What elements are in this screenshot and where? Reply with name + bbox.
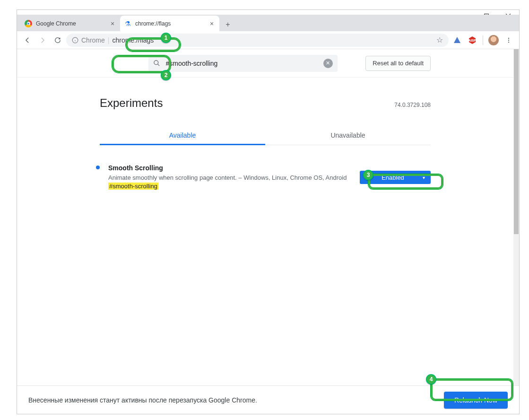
tab-unavailable[interactable]: Unavailable xyxy=(265,126,431,145)
reload-button[interactable] xyxy=(51,34,64,47)
svg-text:ABP: ABP xyxy=(468,38,477,43)
flag-title: Smooth Scrolling xyxy=(108,164,351,172)
flag-hash[interactable]: #smooth-scrolling xyxy=(108,183,158,190)
flags-search-input[interactable] xyxy=(165,59,323,68)
toolbar-separator xyxy=(483,35,483,45)
browser-tab[interactable]: Google Chrome × xyxy=(21,16,120,31)
version-label: 74.0.3729.108 xyxy=(394,102,431,108)
new-tab-button[interactable]: + xyxy=(221,18,234,31)
svg-point-8 xyxy=(508,37,509,38)
clear-search-icon[interactable]: ✕ xyxy=(323,59,333,68)
svg-point-11 xyxy=(154,61,158,65)
browser-tab-active[interactable]: ⚗ chrome://flags × xyxy=(120,16,219,31)
tab-title: Google Chrome xyxy=(36,20,109,27)
reset-all-button[interactable]: Reset all to default xyxy=(365,56,431,71)
svg-line-12 xyxy=(157,64,159,66)
extension-icon-triangle[interactable] xyxy=(451,34,464,47)
tab-strip: Google Chrome × ⚗ chrome://flags × + xyxy=(17,15,519,31)
svg-point-9 xyxy=(508,39,509,40)
relaunch-bar: Внесенные изменения станут активны после… xyxy=(17,385,519,414)
extension-icon-adblock[interactable]: ABP xyxy=(466,34,479,47)
site-info-icon[interactable] xyxy=(72,37,78,44)
browser-window: Google Chrome × ⚗ chrome://flags × + Chr… xyxy=(17,9,520,414)
url-text: chrome://flags xyxy=(112,36,154,44)
svg-marker-5 xyxy=(454,37,460,43)
star-icon[interactable]: ☆ xyxy=(436,35,443,44)
page-title: Experiments xyxy=(100,96,163,110)
flags-search-field[interactable]: ✕ xyxy=(148,55,338,72)
forward-button[interactable] xyxy=(36,34,49,47)
tab-close-icon[interactable]: × xyxy=(208,20,216,27)
flask-favicon: ⚗ xyxy=(124,20,131,27)
flags-tabs: Available Unavailable xyxy=(100,126,431,145)
browser-toolbar: Chrome | chrome://flags ☆ ABP xyxy=(17,31,519,49)
chrome-favicon xyxy=(25,20,32,27)
address-bar[interactable]: Chrome | chrome://flags ☆ xyxy=(66,34,449,47)
chrome-menu-button[interactable] xyxy=(502,34,515,47)
flags-search-bar: ✕ Reset all to default xyxy=(17,49,513,78)
back-button[interactable] xyxy=(21,34,34,47)
tab-available[interactable]: Available xyxy=(100,126,265,145)
relaunch-button[interactable]: Relaunch Now xyxy=(444,392,508,409)
flag-select-wrap: Enabled xyxy=(360,164,431,191)
url-scheme-label: Chrome xyxy=(81,36,105,44)
relaunch-message: Внесенные изменения станут активны после… xyxy=(28,396,257,404)
flag-description: Animate smoothly when scrolling page con… xyxy=(108,174,351,191)
window-titlebar xyxy=(17,10,519,15)
scrollbar-thumb[interactable] xyxy=(514,49,519,234)
svg-point-10 xyxy=(508,41,509,42)
tab-title: chrome://flags xyxy=(135,20,208,27)
vertical-scrollbar[interactable] xyxy=(513,49,519,385)
tab-close-icon[interactable]: × xyxy=(109,20,116,27)
flag-modified-dot xyxy=(96,166,100,169)
search-icon xyxy=(153,60,160,67)
profile-avatar[interactable] xyxy=(487,34,500,47)
page-content: ✕ Reset all to default Experiments 74.0.… xyxy=(17,49,519,385)
flag-row: Smooth Scrolling Animate smoothly when s… xyxy=(100,164,431,191)
flag-state-select[interactable]: Enabled xyxy=(360,171,431,184)
